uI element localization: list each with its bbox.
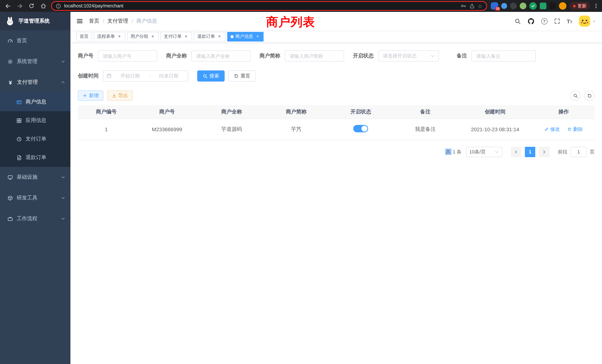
fullscreen-icon[interactable] (554, 18, 560, 24)
close-icon[interactable]: × (117, 34, 122, 39)
goto-page-input[interactable] (570, 147, 587, 157)
page-size-select[interactable]: 10条/页 (466, 147, 502, 157)
chevron-down-icon (61, 196, 65, 200)
tab-user-group[interactable]: 用户分组 × (127, 32, 159, 41)
sidebar-item-dev-tools[interactable]: 研发工具 (0, 188, 70, 208)
remark-input[interactable] (472, 50, 536, 62)
active-dot-icon (231, 35, 234, 38)
sidebar-item-label: 商户信息 (26, 99, 46, 105)
prev-page-button[interactable] (511, 147, 521, 157)
github-icon[interactable] (527, 18, 534, 25)
sidebar-item-infrastructure[interactable]: 基础设施 (0, 167, 70, 188)
hamburger-icon[interactable] (76, 18, 83, 24)
col-full-name: 商户全称 (199, 105, 264, 119)
breadcrumb-item[interactable]: 首页 (89, 18, 99, 24)
add-button[interactable]: 新增 (78, 90, 103, 101)
refresh-icon (587, 93, 592, 98)
share-icon[interactable] (469, 3, 475, 9)
sidebar-item-label: 系统管理 (17, 58, 37, 65)
password-key-icon[interactable] (460, 3, 466, 9)
extension-icon[interactable] (549, 3, 556, 9)
cell-remark: 我是备注 (393, 119, 458, 140)
sidebar-item-home[interactable]: 首页 (0, 30, 70, 51)
search-icon[interactable] (514, 18, 521, 24)
delete-link[interactable]: 删除 (567, 126, 583, 132)
edit-link[interactable]: 修改 (544, 126, 560, 132)
tab-home[interactable]: 首页 (76, 32, 92, 41)
forward-icon[interactable] (15, 1, 24, 11)
show-search-toggle-button[interactable] (570, 90, 580, 101)
breadcrumb-item[interactable]: 支付管理 (108, 18, 128, 24)
close-icon[interactable]: × (217, 34, 222, 39)
briefcase-icon (7, 216, 13, 222)
back-icon[interactable] (3, 1, 13, 11)
site-info-icon[interactable] (56, 3, 61, 9)
search-button[interactable]: 搜索 (197, 70, 225, 82)
full-name-input[interactable] (191, 50, 251, 62)
url-text[interactable]: localhost:1024/pay/merchant (64, 3, 457, 9)
font-size-icon[interactable]: TT (567, 18, 572, 24)
help-icon[interactable]: ? (541, 18, 547, 24)
address-bar[interactable]: localhost:1024/pay/merchant ☆ (51, 1, 487, 11)
close-icon[interactable]: × (255, 34, 260, 39)
browser-update-button[interactable]: 更新 (569, 2, 590, 10)
extension-icon[interactable] (529, 2, 537, 10)
chevron-down-icon (494, 150, 499, 154)
breadcrumb-separator: / (103, 18, 104, 24)
sidebar-item-merchant-info[interactable]: 商户信息 (0, 93, 70, 111)
search-button-label: 搜索 (209, 73, 219, 79)
pagination-total: 共 1 条 (445, 149, 462, 155)
tab-pay-order[interactable]: 支付订单 × (161, 32, 192, 41)
extension-icon[interactable] (501, 3, 507, 9)
sidebar-item-label: 首页 (17, 37, 27, 44)
home-icon[interactable] (39, 1, 48, 11)
profile-avatar[interactable] (559, 2, 566, 10)
sidebar-item-app-info[interactable]: 应用信息 (0, 111, 70, 130)
sidebar-item-pay-order[interactable]: 支付订单 (0, 130, 70, 148)
reset-button[interactable]: 重置 (228, 70, 256, 82)
status-select[interactable]: 请选择开启状态 (378, 50, 439, 62)
extension-icon[interactable]: 10 (491, 2, 498, 10)
sidebar-item-workflow[interactable]: 工作流程 (0, 208, 70, 229)
extension-icon[interactable] (540, 3, 546, 9)
document-icon (16, 155, 22, 160)
tab-process-form[interactable]: 流程表单 × (94, 32, 125, 41)
sidebar-logo[interactable]: 芋道管理系统 (0, 12, 70, 30)
tab-refund-order[interactable]: 退款订单 × (194, 32, 225, 41)
cell-short-name: 芋艿 (264, 119, 329, 140)
export-button[interactable]: 导出 (107, 90, 133, 101)
total-suffix: 条 (457, 149, 462, 154)
status-toggle[interactable] (353, 125, 368, 132)
sidebar-item-refund-order[interactable]: 退款订单 (0, 148, 70, 167)
next-page-button[interactable] (539, 147, 549, 157)
short-name-input[interactable] (285, 50, 344, 62)
filter-short-name: 商户简称 (259, 50, 344, 62)
tab-label: 支付订单 (164, 33, 182, 40)
page-number-button[interactable]: 1 (525, 147, 535, 157)
avatar[interactable] (579, 16, 590, 27)
create-time-range-picker[interactable]: 开始日期 - 结束日期 (103, 70, 188, 82)
cell-actions: 修改 删除 (533, 119, 595, 140)
reload-icon[interactable] (27, 1, 36, 11)
col-short-name: 商户简称 (264, 105, 329, 119)
extension-icon[interactable] (520, 3, 526, 9)
plus-icon (83, 93, 87, 98)
user-menu[interactable] (579, 16, 596, 27)
edit-icon (544, 127, 549, 131)
export-button-label: 导出 (118, 92, 128, 99)
filter-label: 开启状态 (353, 53, 374, 59)
bookmark-star-icon[interactable]: ☆ (478, 3, 483, 9)
chevron-down-icon (592, 19, 596, 23)
browser-menu-icon[interactable] (593, 3, 599, 9)
cell-merchant-no: M233666999 (135, 119, 199, 140)
close-icon[interactable]: × (150, 34, 155, 39)
chevron-down-icon (61, 59, 65, 64)
tab-merchant-info[interactable]: 商户信息 × (227, 32, 264, 41)
sidebar-item-system[interactable]: 系统管理 (0, 51, 70, 72)
merchant-no-input[interactable] (98, 50, 157, 62)
close-icon[interactable]: × (183, 34, 189, 39)
extension-icon[interactable] (510, 3, 517, 9)
refresh-table-button[interactable] (584, 90, 595, 101)
extension-badge: 10 (495, 7, 500, 11)
sidebar-item-payment[interactable]: ¥ 支付管理 (0, 72, 70, 93)
